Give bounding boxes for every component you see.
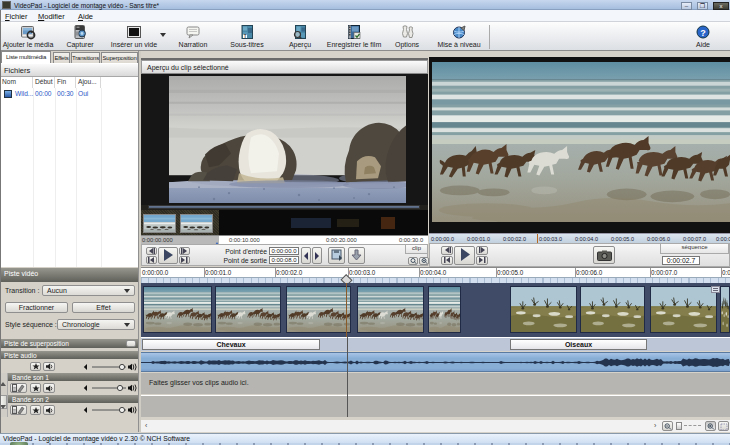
svg-text:T: T (244, 34, 247, 39)
svg-text:?: ? (700, 28, 706, 38)
